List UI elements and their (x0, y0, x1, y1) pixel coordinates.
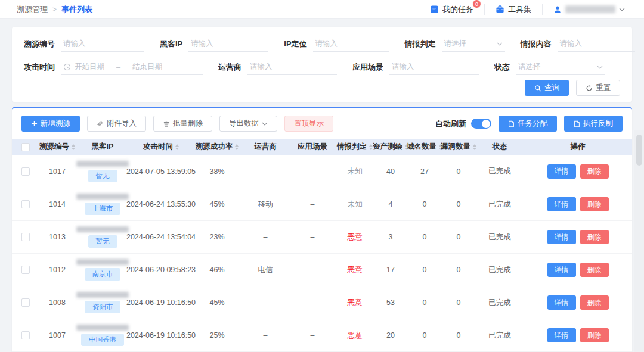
filter-row-1: 溯源编号请输入黑客IP请输入IP定位请输入情报判定请选择情报内容请输入 (24, 36, 620, 52)
toolset-label: 工具集 (508, 4, 531, 15)
breadcrumb-parent[interactable]: 溯源管理 (17, 4, 48, 15)
intel-content-input[interactable]: 请输入 (558, 37, 635, 52)
my-tasks-button[interactable]: 我的任务 0 (419, 4, 484, 15)
placeholder-text: 请选择 (444, 39, 467, 49)
carrier-cell: 电信 (242, 265, 289, 275)
filter-field: 状态请选择 (494, 60, 605, 75)
detail-button[interactable]: 详情 (547, 164, 576, 179)
filter-field: 溯源编号请输入 (24, 37, 144, 52)
select-all-cell (12, 143, 39, 151)
app-scene-cell: – (289, 298, 336, 307)
filter-label: 状态 (494, 62, 510, 73)
delete-button[interactable]: 删除 (580, 328, 609, 342)
domain-count-cell: 0 (408, 200, 441, 208)
filter-label: 攻击时间 (24, 62, 55, 73)
sort-icon[interactable] (175, 144, 179, 150)
assign-task-button[interactable]: 任务分配 (499, 116, 557, 132)
trace-id-input[interactable]: 请输入 (61, 37, 144, 52)
col-asset-mapping: 资产测绘 (373, 142, 408, 152)
col-hacker-ip: 黑客IP (75, 142, 130, 152)
success-rate-cell: 46% (192, 266, 242, 274)
app-scene-input[interactable]: 请输入 (389, 60, 479, 75)
refresh-icon (586, 85, 593, 92)
asset-mapping-cell: 3 (373, 233, 408, 241)
filter-label: 运营商 (218, 62, 242, 73)
detail-button[interactable]: 详情 (547, 328, 576, 342)
row-checkbox[interactable] (21, 167, 30, 176)
delete-button[interactable]: 删除 (580, 230, 609, 244)
col-intel-judge: 情报判定 (336, 142, 373, 152)
domain-count-cell: 0 (408, 298, 441, 307)
filter-label: 黑客IP (160, 39, 182, 49)
reset-button[interactable]: 重置 (576, 80, 620, 96)
filter-field: 情报内容请输入 (521, 37, 635, 52)
detail-button[interactable]: 详情 (547, 230, 576, 244)
row-checkbox[interactable] (21, 200, 30, 208)
hacker-ip-cell: 暂无 (75, 226, 130, 248)
placeholder-text: 请选择 (518, 62, 541, 72)
row-checkbox[interactable] (21, 298, 30, 307)
vertical-scrollbar[interactable] (634, 130, 644, 352)
delete-button[interactable]: 删除 (580, 164, 609, 179)
app-scene-cell: – (289, 167, 336, 176)
intel-judge-cell: 未知 (336, 166, 373, 176)
select-all-checkbox[interactable] (21, 143, 30, 151)
attachment-import-button[interactable]: 附件导入 (87, 116, 146, 132)
range-separator: – (116, 63, 120, 71)
trace-id-cell: 1012 (39, 266, 75, 274)
column-label: 资产测绘 (373, 142, 402, 152)
col-success-rate: 溯源成功率 (192, 142, 242, 152)
batch-delete-button[interactable]: 批量删除 (153, 116, 212, 132)
ip-location-input[interactable]: 请输入 (313, 37, 389, 52)
top-navbar: 溯源管理 > 事件列表 我的任务 0 工具集 (0, 0, 644, 19)
status-cell: 已完成 (476, 200, 524, 210)
chevron-down-icon (619, 8, 625, 11)
attack-time-cell: 2024-06-20 09:58:23 (130, 266, 192, 274)
detail-button[interactable]: 详情 (547, 263, 576, 277)
col-carrier: 运营商 (242, 142, 289, 152)
carrier-cell: – (242, 331, 289, 339)
actions-cell: 详情删除 (524, 263, 632, 277)
row-checkbox[interactable] (21, 233, 30, 241)
carrier-input[interactable]: 请输入 (247, 60, 337, 75)
ip-location-tag: 暂无 (88, 170, 117, 182)
asset-mapping-cell: 40 (373, 167, 408, 176)
delete-button[interactable]: 删除 (580, 295, 609, 310)
app-scene-cell: – (289, 233, 336, 241)
delete-button[interactable]: 删除 (580, 263, 609, 277)
success-rate-cell: 45% (192, 200, 242, 208)
search-button[interactable]: 查询 (525, 80, 569, 96)
row-checkbox[interactable] (21, 331, 30, 339)
toolset-button[interactable]: 工具集 (484, 4, 542, 15)
briefcase-icon (496, 5, 504, 14)
placeholder-text: 请输入 (250, 62, 273, 72)
filter-field: 黑客IP请输入 (160, 37, 268, 52)
success-rate-cell: 23% (192, 233, 242, 241)
status-cell: 已完成 (476, 265, 524, 275)
hacker-ip-input[interactable]: 请输入 (188, 37, 268, 52)
add-trace-button[interactable]: 新增溯源 (21, 116, 80, 132)
placeholder-text: 请输入 (191, 39, 213, 49)
attack-time-cell: 2024-06-19 10:16:50 (130, 298, 192, 307)
column-label: 操作 (571, 142, 586, 152)
delete-button[interactable]: 删除 (580, 197, 609, 211)
plus-icon (31, 120, 38, 127)
user-menu[interactable] (542, 4, 636, 15)
detail-button[interactable]: 详情 (547, 295, 576, 310)
table-row: 1008资阳市2024-06-19 10:16:5045%––恶意5300已完成… (12, 286, 632, 319)
attack-time-range-input[interactable]: 开始日期–结束日期 (61, 60, 203, 75)
asset-mapping-cell: 4 (373, 200, 408, 208)
pin-top-button[interactable]: 置顶显示 (284, 116, 333, 132)
auto-refresh-label: 自动刷新 (435, 119, 466, 129)
auto-refresh-toggle[interactable] (471, 119, 491, 129)
intel-judge-select[interactable]: 请选择 (442, 37, 505, 52)
detail-button[interactable]: 详情 (547, 197, 576, 211)
export-data-button[interactable]: 导出数据 (219, 116, 277, 132)
scrollbar-thumb[interactable] (636, 135, 642, 166)
sort-icon[interactable] (235, 144, 239, 150)
execute-counter-button[interactable]: 执行反制 (564, 116, 623, 132)
vuln-count-cell: 0 (441, 233, 476, 241)
status-select[interactable]: 请选择 (516, 60, 605, 75)
row-checkbox[interactable] (21, 266, 30, 274)
status-cell: 已完成 (476, 331, 524, 341)
